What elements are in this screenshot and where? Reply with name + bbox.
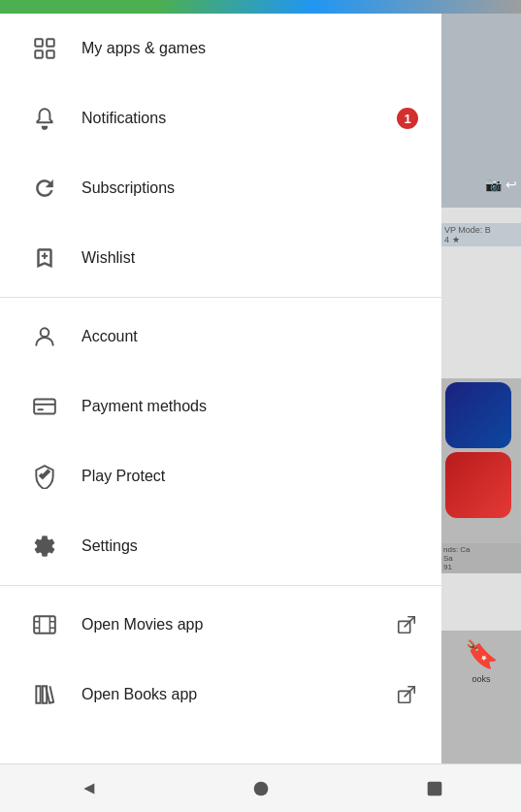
credit-card-icon [23,385,66,428]
top-header-bar [0,0,521,14]
menu-item-wishlist[interactable]: Wishlist [0,223,441,293]
account-label: Account [81,328,418,345]
gear-icon [23,525,66,568]
film-icon [23,603,66,646]
right-books-section: 🔖 ooks [441,631,521,766]
svg-point-6 [41,328,49,337]
svg-rect-1 [47,39,54,47]
svg-rect-3 [47,50,54,58]
notifications-badge: 1 [397,108,418,129]
menu-item-subscriptions[interactable]: Subscriptions [0,153,441,223]
menu-items-container: My apps & games Notifications 1 Subscrip… [0,14,441,763]
svg-marker-23 [83,783,94,794]
back-button[interactable] [63,764,112,813]
divider-1 [0,297,441,298]
books-thumbnail-icon: 🔖 [465,638,499,670]
svg-rect-25 [427,781,441,796]
settings-label: Settings [81,537,418,555]
right-text-wp-mode: VP Mode: B4 ★ [441,223,521,246]
home-button[interactable] [237,764,285,813]
open-movies-label: Open Movies app [81,616,395,633]
svg-rect-7 [34,399,55,413]
payment-methods-label: Payment methods [81,398,418,415]
menu-item-my-apps-games[interactable]: My apps & games [0,14,441,83]
menu-item-open-movies[interactable]: Open Movies app [0,590,441,660]
recents-button[interactable] [410,764,459,813]
right-icons: 📷↩ [441,165,521,204]
menu-item-play-protect[interactable]: Play Protect [0,441,441,511]
svg-rect-12 [34,616,55,633]
books-thumbnail-label: ooks [472,674,490,684]
svg-marker-10 [40,471,49,479]
open-movies-external-icon [395,613,418,636]
play-protect-label: Play Protect [81,468,418,485]
notifications-label: Notifications [81,110,397,127]
svg-rect-2 [35,50,43,58]
app-card-2 [445,452,511,518]
person-icon [23,315,66,358]
bottom-navigation-bar [0,763,521,812]
app-card-1 [445,382,511,448]
grid-icon [23,27,66,70]
menu-item-open-books[interactable]: Open Books app [0,660,441,730]
menu-item-notifications[interactable]: Notifications 1 [0,83,441,153]
wishlist-label: Wishlist [81,249,418,267]
menu-item-payment-methods[interactable]: Payment methods [0,372,441,441]
menu-item-settings[interactable]: Settings [0,511,441,581]
open-books-external-icon [395,683,418,706]
shield-icon [23,455,66,498]
svg-rect-0 [35,39,43,47]
bell-icon [23,97,66,140]
bookmark-icon [23,237,66,279]
open-books-label: Open Books app [81,686,395,703]
divider-2 [0,585,441,586]
subscriptions-label: Subscriptions [81,179,418,197]
refresh-icon [23,167,66,210]
books-icon [23,673,66,716]
svg-point-24 [253,781,268,796]
my-apps-games-label: My apps & games [81,40,418,57]
menu-item-account[interactable]: Account [0,302,441,372]
right-bottom-labels: nds: CaSa91 [441,543,521,573]
navigation-drawer: My apps & games Notifications 1 Subscrip… [0,0,441,763]
